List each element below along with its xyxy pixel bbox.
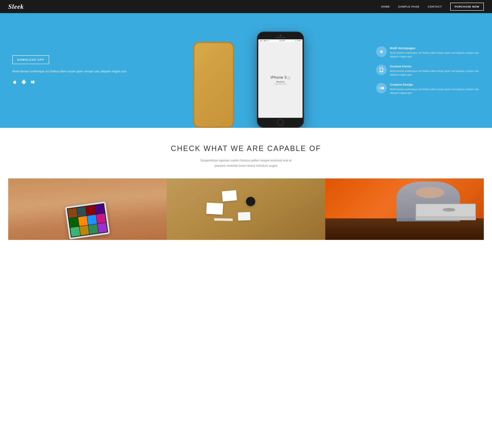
- feature-icon-toggle: [376, 83, 387, 93]
- card-branding[interactable]: [167, 178, 325, 240]
- feature-title-3: Creative Design: [390, 83, 486, 86]
- feature-desc-1: Morbi laoreet scelerisque orci finibus u…: [390, 51, 486, 58]
- feature-custom-forms: Custom Forms Morbi laoreet scelerisque o…: [376, 64, 486, 77]
- phone-mockup-label: MockUp: [276, 81, 285, 83]
- feature-creative-design: Creative Design Morbi laoreet scelerisqu…: [376, 83, 486, 95]
- svg-point-1: [382, 87, 384, 89]
- hero-section: DOWNLOAD APP Morbi laoreet scelerisque o…: [0, 13, 492, 128]
- windows-icon: [30, 80, 35, 86]
- navbar: Sleek HOME SAMPLE PAGE CONTACT PURCHASE …: [0, 0, 492, 13]
- feature-icon-sparkle: [376, 46, 387, 57]
- cards-grid: [8, 178, 484, 240]
- purchase-button[interactable]: PURCHASE NOW: [450, 3, 484, 11]
- logo: Sleek: [8, 3, 24, 10]
- feature-desc-3: Morbi laoreet scelerisque orci finibus u…: [390, 87, 486, 95]
- hero-description: Morbi laoreet scelerisque orci finibus u…: [12, 69, 179, 73]
- nav-links: HOME SAMPLE PAGE CONTACT PURCHASE NOW: [381, 3, 484, 11]
- feature-title-2: Custom Forms: [390, 64, 486, 68]
- capabilities-section: CHECK WHAT WE ARE CAPABLE OF Suspendisse…: [0, 128, 492, 252]
- feature-desc-2: Morbi laoreet scelerisque orci finibus u…: [390, 69, 486, 77]
- phone-battery: 🔋 100%: [295, 40, 301, 41]
- phone-model: iPhone 5: [271, 75, 287, 80]
- nav-home[interactable]: HOME: [381, 5, 390, 8]
- hero-center: ●●○○ BELL ✦ 4:21 PM 🔋 100% iPhone 5 S Mo…: [187, 13, 374, 128]
- platform-icons: [12, 80, 179, 86]
- card-person[interactable]: [325, 178, 484, 240]
- download-app-button[interactable]: DOWNLOAD APP: [12, 55, 49, 64]
- phone-free-label: Free Resource: [274, 83, 287, 85]
- nav-contact[interactable]: CONTACT: [428, 5, 442, 8]
- hero-left: DOWNLOAD APP Morbi laoreet scelerisque o…: [0, 13, 187, 128]
- phone-carrier: ●●○○ BELL ✦: [260, 40, 269, 41]
- feature-icon-tablet: [376, 64, 387, 75]
- capabilities-title: CHECK WHAT WE ARE CAPABLE OF: [8, 144, 484, 153]
- hero-right: Multi Homepages Morbi laoreet scelerisqu…: [374, 13, 492, 128]
- capabilities-desc-line1: Suspendisse egestas mattis rhoncus pelle…: [8, 158, 484, 168]
- feature-title-1: Multi Homepages: [390, 46, 486, 50]
- phone-badge: S: [287, 77, 290, 80]
- android-icon: [21, 80, 26, 86]
- phone-time: 4:21 PM: [279, 40, 285, 41]
- feature-multi-homepages: Multi Homepages Morbi laoreet scelerisqu…: [376, 46, 486, 58]
- ios-icon: [12, 80, 17, 86]
- card-tablet[interactable]: [8, 178, 167, 240]
- nav-sample-page[interactable]: SAMPLE PAGE: [398, 5, 420, 8]
